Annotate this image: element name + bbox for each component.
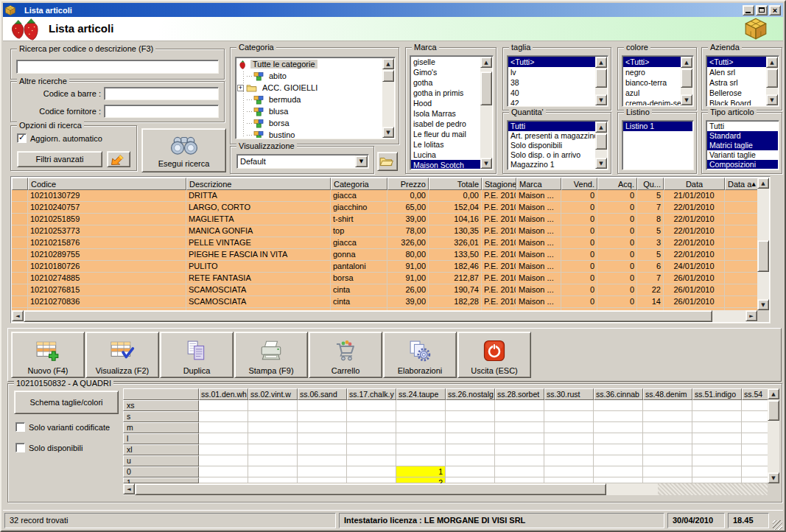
list-item[interactable]: Bellerose: [707, 88, 766, 98]
table-cell[interactable]: Maison ...: [516, 214, 561, 225]
lb-colore-scrollbar-down-button[interactable]: ▼: [681, 94, 692, 105]
tree-item[interactable]: bustino: [236, 129, 382, 138]
articles-table[interactable]: CodiceDescrizioneCategoriaPrezzoTotaleSt…: [10, 176, 771, 323]
table-cell[interactable]: 130,35: [429, 225, 482, 237]
list-item[interactable]: lv: [508, 67, 595, 77]
table-cell[interactable]: P.E. 2010: [482, 202, 516, 214]
company-listbox[interactable]: <Tutti>Alen srlAstra srlBelleroseBlack B…: [706, 55, 779, 107]
grid-hscrollbar-left-button[interactable]: ◄: [123, 483, 135, 494]
grid-cell[interactable]: [446, 466, 495, 477]
grid-cell[interactable]: [347, 466, 396, 477]
table-cell[interactable]: 22/01/2010: [664, 225, 725, 237]
table-scrollbar-up-button[interactable]: ▲: [757, 178, 769, 189]
table-scrollbar-down-button[interactable]: ▼: [757, 299, 769, 310]
table-cell[interactable]: 26/01/2010: [664, 284, 725, 296]
table-cell[interactable]: 10210180726: [28, 261, 186, 273]
table-cell[interactable]: 7: [637, 273, 664, 284]
table-cell[interactable]: LARGO, CORTO: [186, 202, 331, 214]
grid-cell[interactable]: [446, 444, 495, 455]
tree-item[interactable]: abito: [236, 70, 382, 82]
grid-cell[interactable]: [199, 466, 248, 477]
grid-cell[interactable]: [495, 455, 544, 466]
table-cell[interactable]: 6: [637, 261, 664, 273]
table-cell[interactable]: 78,00: [387, 225, 429, 237]
pricelist-listbox[interactable]: Listino 1: [622, 120, 694, 170]
grid-cell[interactable]: [298, 411, 347, 422]
size-listbox[interactable]: <Tutti>lv384042▲▼: [507, 55, 608, 107]
table-cell[interactable]: cinta: [331, 284, 387, 296]
table-cell[interactable]: 0: [561, 273, 597, 284]
tree-item[interactable]: +ACC. GIOIELLI: [236, 82, 382, 94]
table-cell[interactable]: 0: [561, 237, 597, 249]
coded-variants-checkbox-row[interactable]: Solo varianti codificate: [15, 422, 110, 432]
column-header-totale[interactable]: Totale: [429, 178, 482, 190]
table-cell[interactable]: Maison ...: [516, 273, 561, 284]
table-cell[interactable]: 22/01/2010: [664, 249, 725, 261]
grid-cell[interactable]: [347, 444, 396, 455]
lb-taglia-scrollbar-up-button[interactable]: ▲: [595, 57, 607, 68]
grid-scrollbar[interactable]: ▲▼: [768, 388, 779, 483]
grid-cell[interactable]: [495, 466, 544, 477]
table-cell[interactable]: [725, 273, 757, 284]
grid-cell[interactable]: [544, 466, 594, 477]
table-cell[interactable]: gonna: [331, 249, 387, 261]
resize-grip-icon[interactable]: [773, 520, 782, 530]
grid-cell[interactable]: [692, 466, 742, 477]
grid-cell[interactable]: [692, 433, 742, 444]
view-button[interactable]: Visualizza (F2): [85, 332, 159, 378]
table-cell[interactable]: t-shirt: [331, 214, 387, 225]
table-cell[interactable]: 0: [597, 202, 637, 214]
list-item[interactable]: gotha in primis: [411, 88, 480, 98]
grid-cell[interactable]: [594, 444, 643, 455]
table-cell[interactable]: DRITTA: [186, 190, 331, 202]
close-button[interactable]: ×: [769, 5, 781, 15]
table-cell[interactable]: 0,00: [387, 190, 429, 202]
list-item[interactable]: Maison Scotch: [411, 160, 480, 169]
table-hscrollbar[interactable]: ◄►: [12, 310, 757, 322]
table-cell[interactable]: 0: [561, 296, 597, 308]
table-cell[interactable]: giacca: [331, 190, 387, 202]
size-color-grid[interactable]: ss.01.den.whss.02.vint.wss.06.sandss.17.…: [123, 388, 779, 495]
grid-cell[interactable]: [495, 477, 544, 483]
lb-quantita-scrollbar-thumb[interactable]: [595, 133, 607, 150]
table-cell[interactable]: MAGLIETTA: [186, 214, 331, 225]
size-color-schema-button[interactable]: Schema taglie/colori: [14, 391, 119, 414]
row-marker-cell[interactable]: [12, 190, 28, 202]
category-tree[interactable]: Tutte le categorieabito+ACC. GIOIELLIber…: [235, 57, 396, 139]
grid-cell[interactable]: 1: [396, 466, 446, 477]
table-cell[interactable]: Maison ...: [516, 225, 561, 237]
tree-item[interactable]: blusa: [236, 105, 382, 117]
list-item[interactable]: Le lolitas: [411, 139, 480, 150]
grid-cell[interactable]: [692, 411, 742, 422]
list-item[interactable]: Art. presenti a magazzino: [508, 131, 595, 141]
list-item[interactable]: <Tutti>: [508, 57, 595, 67]
list-item[interactable]: Tutti: [508, 122, 595, 131]
item-type-listbox[interactable]: TuttiStandardMatrici taglieVarianti tagl…: [706, 120, 779, 170]
table-cell[interactable]: 22: [637, 284, 664, 296]
grid-cell[interactable]: [594, 433, 643, 444]
grid-cell[interactable]: [544, 477, 594, 483]
table-cell[interactable]: [725, 284, 757, 296]
row-marker-cell[interactable]: [12, 273, 28, 284]
column-header-acq-[interactable]: Acq.: [597, 178, 637, 190]
table-cell[interactable]: 10210215876: [28, 237, 186, 249]
column-header-vend-[interactable]: Vend.: [561, 178, 597, 190]
table-cell[interactable]: 104,16: [429, 214, 482, 225]
list-item[interactable]: bianco-terra: [623, 77, 681, 88]
list-item[interactable]: negro: [623, 67, 681, 77]
table-cell[interactable]: Maison ...: [516, 284, 561, 296]
table-cell[interactable]: PULITO: [186, 261, 331, 273]
grid-cell[interactable]: [594, 477, 643, 483]
table-cell[interactable]: P.E. 2010: [482, 225, 516, 237]
table-cell[interactable]: 39,00: [387, 214, 429, 225]
list-item[interactable]: Solo disponibili: [508, 141, 595, 150]
table-cell[interactable]: 10210270836: [28, 296, 186, 308]
grid-cell[interactable]: [742, 433, 768, 444]
table-cell[interactable]: 0: [561, 284, 597, 296]
list-item[interactable]: Tutti: [707, 122, 778, 131]
lb-azienda-scrollbar-up-button[interactable]: ▲: [766, 57, 778, 68]
table-row[interactable]: 10210253773MANICA GONFIAtop78,00130,35P.…: [12, 225, 757, 237]
grid-cell[interactable]: [396, 400, 446, 411]
table-cell[interactable]: pantaloni: [331, 261, 387, 273]
lb-marca-scrollbar[interactable]: ▲▼: [480, 57, 492, 169]
